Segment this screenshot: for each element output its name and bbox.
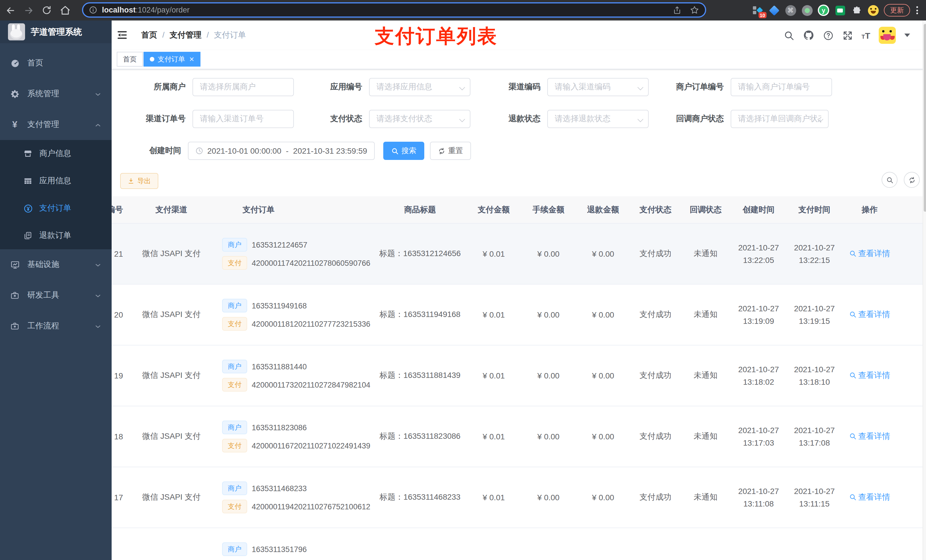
merchant-order-no: 1635312124657 xyxy=(252,240,307,249)
extension-chat-icon[interactable] xyxy=(834,5,846,16)
cell-pay-time: 2021-10-2713:19:15 xyxy=(787,284,842,345)
merchant-order-no: 1635311881440 xyxy=(252,362,307,371)
share-icon[interactable] xyxy=(673,5,682,15)
bookmark-star-icon[interactable] xyxy=(690,5,699,15)
toggle-search-button[interactable] xyxy=(882,172,897,188)
breadcrumb-pay-manage[interactable]: 支付管理 xyxy=(170,30,201,39)
browser-reload-button[interactable] xyxy=(39,2,54,18)
font-size-icon[interactable]: TT xyxy=(861,31,870,39)
filter-merchant-order-no: 商户订单编号 请输入商户订单编号 xyxy=(639,78,832,96)
sidebar-item-home[interactable]: 首页 xyxy=(0,48,112,78)
chevron-down-icon xyxy=(95,291,101,300)
reset-button[interactable]: 重置 xyxy=(430,142,471,160)
tag-tab-home[interactable]: 首页 xyxy=(117,52,143,66)
table-body: 21 微信 JSAPI 支付 商户1635312124657 支付4200001… xyxy=(112,223,923,560)
cell-notify-status: 未通知 xyxy=(681,467,731,528)
cell-fee: ¥ 0.00 xyxy=(521,406,576,467)
cell-pay-time xyxy=(787,528,842,560)
merchant-order-no-input[interactable]: 请输入商户订单编号 xyxy=(731,78,832,96)
date-range-input[interactable]: 2021-10-01 00:00:00 - 2021-10-31 23:59:5… xyxy=(188,142,375,160)
cell-create-time: 2021-10-2713:22:05 xyxy=(731,223,787,284)
document-copy-icon xyxy=(22,231,34,240)
cell-pay-order: 商户1635311468233 支付4200001194202110276752… xyxy=(214,467,374,528)
view-detail-link[interactable]: 查看详情 xyxy=(849,309,890,320)
user-avatar[interactable] xyxy=(879,27,896,44)
pay-tag: 支付 xyxy=(222,378,247,391)
sidebar-item-workflow[interactable]: 工作流程 xyxy=(0,311,112,341)
cell-filler xyxy=(897,223,923,284)
help-question-icon[interactable] xyxy=(823,30,834,41)
cell-refund xyxy=(576,528,631,560)
extension-green-dot-icon[interactable] xyxy=(801,5,813,16)
browser-forward-button[interactable] xyxy=(21,2,36,18)
sidebar-item-refund-order[interactable]: 退款订单 xyxy=(0,222,112,249)
extension-command-icon[interactable]: ⌘ xyxy=(785,5,796,16)
cell-id: 17 xyxy=(112,467,129,528)
channel-pay-no: 4200001173202110272847982104 xyxy=(252,380,370,389)
address-bar[interactable]: localhost:1024/pay/order xyxy=(82,2,706,18)
cell-amount: ¥ 0.01 xyxy=(466,406,521,467)
cell-refund: ¥ 0.00 xyxy=(576,467,631,528)
site-info-icon[interactable] xyxy=(89,6,97,14)
browser-back-button[interactable] xyxy=(2,2,18,18)
cell-pay-time: 2021-10-2713:22:15 xyxy=(787,223,842,284)
cell-action: 查看详情 xyxy=(842,467,897,528)
tag-tab-pay-order[interactable]: 支付订单✕ xyxy=(144,52,200,66)
browser-home-button[interactable] xyxy=(57,2,73,18)
view-detail-link[interactable]: 查看详情 xyxy=(849,370,890,381)
filter-label: 渠道编码 xyxy=(455,82,547,92)
browser-menu-icon[interactable] xyxy=(915,6,919,14)
search-button[interactable]: 搜索 xyxy=(383,142,424,160)
browser-profile-avatar[interactable] xyxy=(867,5,879,16)
export-button[interactable]: 导出 xyxy=(120,173,158,189)
search-icon xyxy=(849,250,856,258)
refresh-table-button[interactable] xyxy=(904,172,920,188)
briefcase-icon xyxy=(8,322,22,331)
sidebar-item-pay[interactable]: ¥ 支付管理 xyxy=(0,109,112,140)
column-header-notify-status: 回调状态 xyxy=(681,196,731,223)
scrollbar-thumb[interactable] xyxy=(923,24,926,212)
refund-status-select[interactable]: 请选择退款状态 xyxy=(547,110,649,128)
sidebar-item-merchant-info[interactable]: 商户信息 xyxy=(0,140,112,167)
cell-pay-status: 支付成功 xyxy=(631,345,681,406)
sidebar-fold-icon[interactable] xyxy=(116,29,128,41)
sidebar-submenu-pay: 商户信息 应用信息 支付订单 退款订单 xyxy=(0,140,112,249)
filter-refund-status: 退款状态 请选择退款状态 xyxy=(455,110,649,128)
sidebar-item-infrastructure[interactable]: 基础设施 xyxy=(0,249,112,280)
app-title: 芋道管理系统 xyxy=(31,26,82,37)
sidebar-item-app-info[interactable]: 应用信息 xyxy=(0,167,112,195)
logo-rabbit-image xyxy=(8,23,25,41)
merchant-order-no: 1635311468233 xyxy=(252,484,307,492)
date-end-value: 2021-10-31 23:59:59 xyxy=(293,146,367,155)
cell-notify-status: 未通知 xyxy=(681,406,731,467)
fullscreen-icon[interactable] xyxy=(842,30,853,41)
extension-badge-icon[interactable]: 10 xyxy=(752,5,763,16)
column-header-pay-order: 支付订单 xyxy=(214,196,374,223)
cell-channel: 微信 JSAPI 支付 xyxy=(129,284,214,345)
search-icon[interactable] xyxy=(783,30,794,41)
channel-code-select[interactable]: 请输入渠道编码 xyxy=(547,78,649,96)
extensions-puzzle-icon[interactable] xyxy=(851,5,862,16)
view-detail-link[interactable]: 查看详情 xyxy=(849,249,890,259)
search-icon xyxy=(849,433,856,440)
sidebar-item-system[interactable]: 系统管理 xyxy=(0,78,112,109)
view-detail-link[interactable]: 查看详情 xyxy=(849,432,890,442)
search-icon xyxy=(849,372,856,379)
close-tab-icon[interactable]: ✕ xyxy=(189,56,194,63)
extension-gem-icon[interactable] xyxy=(768,5,780,16)
sidebar-item-dev-tools[interactable]: 研发工具 xyxy=(0,280,112,311)
extension-vue-devtools-icon[interactable]: y xyxy=(818,5,829,16)
user-menu-caret-icon[interactable] xyxy=(904,33,910,37)
view-detail-link[interactable]: 查看详情 xyxy=(849,492,890,503)
notify-status-select[interactable]: 请选择订单回调商户状态 xyxy=(731,110,829,128)
github-icon[interactable] xyxy=(803,30,814,41)
sidebar-item-pay-order[interactable]: 支付订单 xyxy=(0,195,112,222)
page-scrollbar[interactable] xyxy=(923,21,926,560)
filter-pay-status: 支付状态 请选择支付状态 xyxy=(277,110,471,128)
breadcrumb-home[interactable]: 首页 xyxy=(141,30,157,39)
browser-update-button[interactable]: 更新 xyxy=(884,4,910,17)
app-logo[interactable]: 芋道管理系统 xyxy=(0,21,112,43)
cell-amount: ¥ 0.01 xyxy=(466,345,521,406)
cell-action: 查看详情 xyxy=(842,284,897,345)
cell-pay-order: 商户1635312124657 支付4200001174202110278060… xyxy=(214,223,374,284)
